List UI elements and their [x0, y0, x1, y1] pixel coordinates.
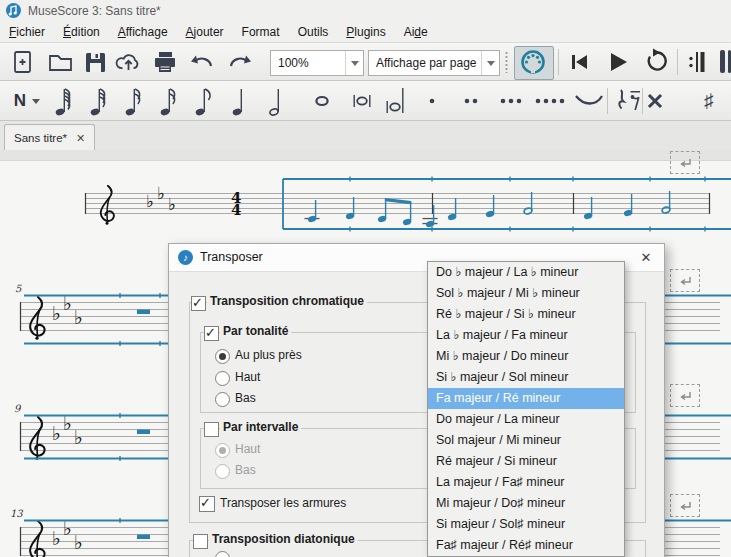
zoom-dropdown-arrow-icon[interactable]	[345, 51, 363, 75]
pan-score-icon[interactable]	[720, 50, 725, 73]
system-break-icon[interactable]	[670, 494, 700, 517]
quadruple-dot-icon[interactable]	[534, 84, 566, 118]
by-key-label[interactable]: Par tonalité	[220, 324, 291, 338]
note-whole-icon[interactable]	[312, 84, 332, 118]
system-break-icon[interactable]	[670, 269, 700, 292]
key-list-item[interactable]: Ré ♭ majeur / Si ♭ mineur	[428, 304, 624, 325]
down-radio[interactable]	[215, 392, 230, 407]
key-list-item[interactable]: Si majeur / Sol♯ mineur	[428, 514, 624, 535]
key-list-item[interactable]: Ré majeur / Si mineur	[428, 451, 624, 472]
selected-measure-rest[interactable]	[137, 430, 150, 435]
key-list-item[interactable]: La ♭ majeur / Fa mineur	[428, 325, 624, 346]
redo-icon[interactable]	[225, 47, 255, 77]
menu-item[interactable]: Format	[233, 23, 289, 41]
play-repeats-icon[interactable]	[684, 47, 714, 77]
note-128th-icon[interactable]	[52, 84, 74, 118]
menu-item[interactable]: Fichier	[0, 23, 54, 41]
key-list-item[interactable]: Mi ♭ majeur / Do mineur	[428, 346, 624, 367]
note-64th-icon[interactable]	[87, 84, 109, 118]
menu-item[interactable]: Ajouter	[177, 23, 233, 41]
dialog-close-icon[interactable]: ✕	[634, 248, 658, 267]
menu-item[interactable]: Plugins	[337, 23, 394, 41]
musescore-app-icon	[6, 3, 21, 18]
down-label[interactable]: Bas	[232, 391, 259, 405]
interval-down-radio[interactable]	[215, 464, 230, 479]
key-list-item[interactable]: Sol majeur / Mi mineur	[428, 430, 624, 451]
note-longa-icon[interactable]	[386, 84, 406, 118]
diatonic-checkbox[interactable]	[193, 534, 208, 549]
key-signature-dropdown-list: Do ♭ majeur / La ♭ mineurSol ♭ majeur / …	[427, 261, 625, 557]
musescore-dialog-icon: ♪	[178, 250, 193, 265]
by-interval-checkbox[interactable]	[204, 422, 219, 437]
diatonic-label[interactable]: Transposition diatonique	[209, 532, 358, 546]
key-sig-flat: ♭	[74, 307, 83, 328]
save-online-cloud-icon[interactable]	[113, 47, 143, 77]
print-icon[interactable]	[150, 47, 180, 77]
tie-icon[interactable]	[574, 84, 604, 118]
dialog-title: Transposer	[200, 250, 263, 264]
open-file-icon[interactable]	[45, 47, 75, 77]
new-file-icon[interactable]	[8, 47, 38, 77]
menu-item[interactable]: Affichage	[109, 23, 177, 41]
sharp-icon[interactable]: ♯	[698, 84, 720, 118]
view-mode-select[interactable]: Affichage par page	[368, 50, 500, 76]
note-input-dropdown-arrow-icon[interactable]	[30, 84, 42, 118]
key-list-item[interactable]: Fa♯ majeur / Ré♯ mineur	[428, 535, 624, 556]
selected-measure-rest[interactable]	[137, 535, 150, 540]
rest-icon[interactable]	[612, 84, 644, 118]
by-key-checkbox[interactable]	[204, 326, 219, 341]
double-sharp-icon[interactable]	[646, 84, 664, 118]
key-list-item[interactable]: Sol ♭ majeur / Mi ♭ mineur	[428, 283, 624, 304]
chromatic-checkbox[interactable]	[191, 296, 206, 311]
toolbar-separator	[677, 49, 678, 75]
loop-playback-icon[interactable]	[641, 47, 671, 77]
note-breve-icon[interactable]	[352, 84, 372, 118]
key-list-item[interactable]: Do ♭ majeur / La ♭ mineur	[428, 262, 624, 283]
note-16th-icon[interactable]	[157, 84, 179, 118]
tab-close-icon[interactable]: ✕	[76, 132, 85, 145]
closest-label[interactable]: Au plus près	[232, 348, 305, 362]
key-sig-flat: ♭	[52, 303, 61, 324]
closest-radio[interactable]	[215, 349, 230, 364]
up-radio[interactable]	[215, 371, 230, 386]
triple-dot-icon[interactable]	[499, 84, 523, 118]
tab-sans-titre[interactable]: Sans titre* ✕	[4, 124, 95, 151]
system-break-icon[interactable]	[670, 384, 700, 407]
up-label[interactable]: Haut	[232, 370, 263, 384]
rewind-to-start-icon[interactable]	[564, 47, 594, 77]
key-list-item[interactable]: Mi majeur / Do♯ mineur	[428, 493, 624, 514]
transpose-key-signatures-checkbox[interactable]	[199, 496, 215, 512]
undo-icon[interactable]	[187, 47, 217, 77]
note-quarter-icon[interactable]	[229, 84, 251, 118]
note-input-mode-button[interactable]: N	[8, 84, 32, 118]
interval-down-label[interactable]: Bas	[232, 463, 259, 477]
by-interval-label[interactable]: Par intervalle	[220, 420, 301, 434]
double-dot-icon[interactable]	[463, 84, 479, 118]
system-break-icon[interactable]	[670, 151, 700, 174]
zoom-select[interactable]: 100%	[270, 50, 364, 76]
note-32nd-icon[interactable]	[122, 84, 144, 118]
save-icon[interactable]	[80, 47, 110, 77]
key-list-item[interactable]: Fa majeur / Ré mineur	[428, 388, 624, 409]
key-list-item[interactable]: Do majeur / La mineur	[428, 409, 624, 430]
key-list-item[interactable]: Si ♭ majeur / Sol mineur	[428, 367, 624, 388]
play-icon[interactable]	[602, 47, 632, 77]
chromatic-label[interactable]: Transposition chromatique	[207, 294, 367, 308]
note-half-icon[interactable]	[266, 84, 288, 118]
augmentation-dot-icon[interactable]	[427, 84, 437, 118]
key-list-item[interactable]: La majeur / Fa♯ mineur	[428, 472, 624, 493]
transpose-key-signatures-label[interactable]: Transposer les armures	[217, 496, 349, 510]
selected-measure-rest[interactable]	[137, 310, 150, 315]
title-bar: MuseScore 3: Sans titre*	[0, 0, 731, 22]
interval-up-label[interactable]: Haut	[232, 442, 263, 456]
toolbar-grip	[505, 51, 508, 73]
view-mode-dropdown-arrow-icon[interactable]	[481, 51, 499, 75]
menu-item[interactable]: Édition	[54, 23, 109, 41]
midi-input-toggle-button[interactable]	[514, 46, 554, 80]
note-eighth-icon[interactable]	[192, 84, 214, 118]
time-sig-denominator: 4	[231, 201, 241, 219]
interval-up-radio[interactable]	[215, 443, 230, 458]
menu-item[interactable]: Outils	[289, 23, 338, 41]
menu-item[interactable]: Aide	[395, 23, 437, 41]
selected-notes[interactable]	[305, 191, 671, 228]
